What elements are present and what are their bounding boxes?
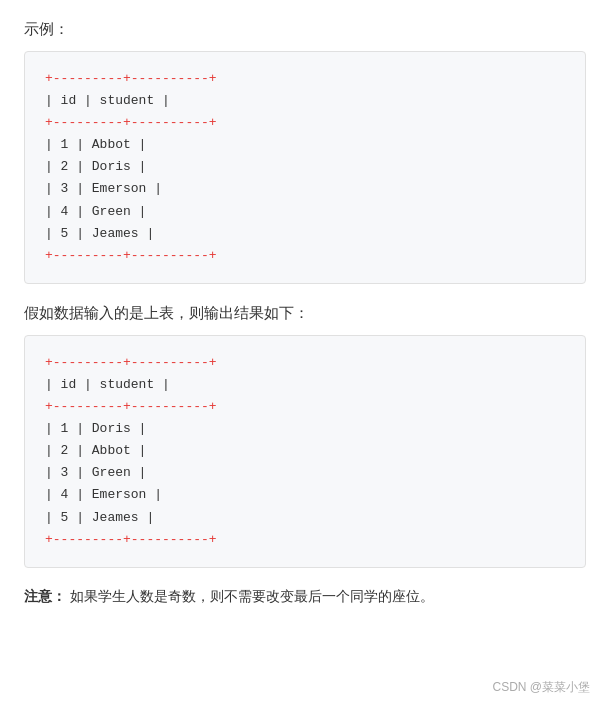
table2-row-1: | 2 | Abbot | [45,440,565,462]
table1-row-1-text: | 2 | Doris | [45,156,146,178]
table1-mid-border: +---------+----------+ [45,112,565,134]
table2-top-border-text: +---------+----------+ [45,352,217,374]
table1-row-3: | 4 | Green | [45,201,565,223]
table2-header-text: | id | student | [45,374,170,396]
table1-box: +---------+----------+ | id | student | … [24,51,586,284]
table1-row-0-text: | 1 | Abbot | [45,134,146,156]
table2-row-0: | 1 | Doris | [45,418,565,440]
table1-top-border-text: +---------+----------+ [45,68,217,90]
table2-row-4: | 5 | Jeames | [45,507,565,529]
table1-row-1: | 2 | Doris | [45,156,565,178]
table1-row-2-text: | 3 | Emerson | [45,178,162,200]
section1-title: 示例： [24,20,586,39]
table2-row-4-text: | 5 | Jeames | [45,507,154,529]
table2-row-0-text: | 1 | Doris | [45,418,146,440]
table2-bot-border: +---------+----------+ [45,529,565,551]
table1-mid-border-text: +---------+----------+ [45,112,217,134]
mid-text: 假如数据输入的是上表，则输出结果如下： [24,304,586,323]
table1-row-0: | 1 | Abbot | [45,134,565,156]
note-section: 注意： 如果学生人数是奇数，则不需要改变最后一个同学的座位。 [24,588,586,606]
table2-mid-border-text: +---------+----------+ [45,396,217,418]
table1-row-4-text: | 5 | Jeames | [45,223,154,245]
watermark: CSDN @菜菜小堡 [492,679,590,696]
table1: +---------+----------+ | id | student | … [45,68,565,267]
note-label: 注意： [24,588,66,604]
table2-top-border: +---------+----------+ [45,352,565,374]
table1-bot-border-text: +---------+----------+ [45,245,217,267]
table2-mid-border: +---------+----------+ [45,396,565,418]
table2-row-1-text: | 2 | Abbot | [45,440,146,462]
table2-header: | id | student | [45,374,565,396]
table2-row-3-text: | 4 | Emerson | [45,484,162,506]
table2-row-3: | 4 | Emerson | [45,484,565,506]
table1-header-text: | id | student | [45,90,170,112]
table2-row-2-text: | 3 | Green | [45,462,146,484]
table2-bot-border-text: +---------+----------+ [45,529,217,551]
table2: +---------+----------+ | id | student | … [45,352,565,551]
note-text: 如果学生人数是奇数，则不需要改变最后一个同学的座位。 [70,588,434,604]
table1-row-3-text: | 4 | Green | [45,201,146,223]
table2-row-2: | 3 | Green | [45,462,565,484]
table2-box: +---------+----------+ | id | student | … [24,335,586,568]
table1-top-border: +---------+----------+ [45,68,565,90]
table1-row-4: | 5 | Jeames | [45,223,565,245]
table1-bot-border: +---------+----------+ [45,245,565,267]
table1-row-2: | 3 | Emerson | [45,178,565,200]
table1-header: | id | student | [45,90,565,112]
